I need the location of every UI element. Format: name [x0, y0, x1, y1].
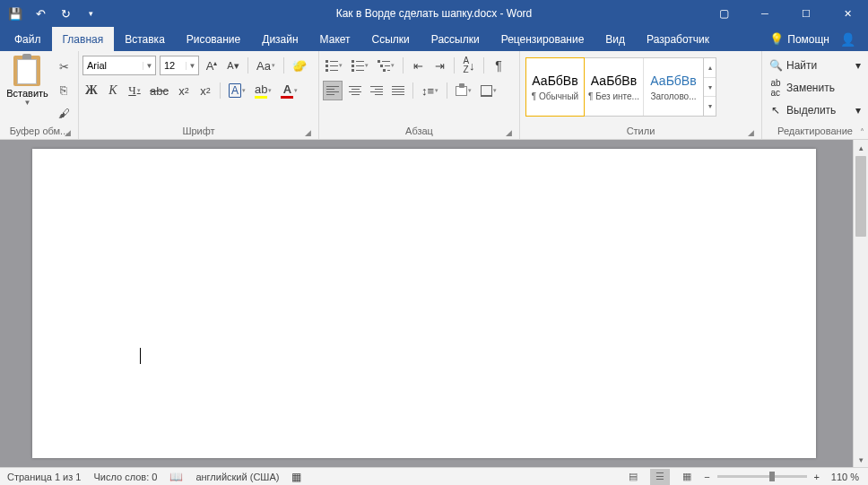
- sort-button[interactable]: AZ↓: [460, 56, 478, 75]
- qat-customize-icon[interactable]: ▾: [82, 5, 99, 22]
- scroll-down-icon[interactable]: ▾: [854, 452, 868, 467]
- group-label-font: Шрифт ◢: [82, 124, 315, 139]
- minimize-button[interactable]: ─: [744, 0, 786, 27]
- gallery-more-icon[interactable]: ▾: [704, 97, 716, 116]
- macro-record-icon[interactable]: ▦: [291, 471, 301, 483]
- paste-dropdown-icon[interactable]: ▼: [24, 99, 31, 107]
- web-layout-icon[interactable]: ▦: [677, 469, 697, 485]
- multilevel-list-button[interactable]: ▾: [375, 56, 397, 75]
- numbering-button[interactable]: ▾: [349, 56, 371, 75]
- change-case-button[interactable]: Aa▾: [254, 56, 278, 75]
- font-name-combo[interactable]: Arial ▼: [82, 56, 156, 75]
- tab-references[interactable]: Ссылки: [361, 27, 421, 51]
- maximize-button[interactable]: ☐: [786, 0, 827, 27]
- ribbon-display-options-icon[interactable]: ▢: [703, 0, 744, 27]
- tab-design[interactable]: Дизайн: [251, 27, 308, 51]
- align-center-button[interactable]: [346, 81, 364, 100]
- undo-icon[interactable]: ↶: [32, 5, 48, 22]
- superscript-button[interactable]: x2: [196, 81, 214, 100]
- underline-button[interactable]: Ч▾: [126, 81, 143, 100]
- print-layout-icon[interactable]: ☰: [650, 469, 670, 485]
- zoom-out-button[interactable]: −: [704, 472, 709, 482]
- chevron-down-icon[interactable]: ▼: [186, 62, 198, 70]
- cut-icon[interactable]: ✂: [55, 57, 73, 75]
- grow-font-button[interactable]: A▴: [203, 56, 221, 75]
- save-icon[interactable]: 💾: [7, 5, 23, 22]
- show-marks-button[interactable]: ¶: [490, 56, 508, 75]
- format-painter-icon[interactable]: 🖌: [55, 104, 73, 122]
- group-label-editing: Редактирование: [766, 124, 864, 139]
- font-color-button[interactable]: A▾: [278, 81, 300, 100]
- scroll-thumb[interactable]: [855, 156, 866, 237]
- redo-icon[interactable]: ↻: [57, 5, 74, 22]
- justify-button[interactable]: [389, 81, 407, 100]
- borders-button[interactable]: ▾: [478, 81, 499, 100]
- spelling-status-icon[interactable]: 📖: [169, 471, 183, 483]
- style-heading1[interactable]: АаБбВв Заголово...: [644, 58, 703, 116]
- find-button[interactable]: 🔍Найти▾: [766, 56, 864, 75]
- styles-dialog-launcher-icon[interactable]: ◢: [745, 127, 756, 138]
- style-normal[interactable]: АаБбВв ¶ Обычный: [525, 57, 585, 117]
- tab-home[interactable]: Главная: [52, 27, 115, 51]
- shading-button[interactable]: ▾: [453, 81, 474, 100]
- shrink-font-button[interactable]: A▾: [224, 56, 242, 75]
- close-button[interactable]: ✕: [827, 0, 868, 27]
- tab-mailings[interactable]: Рассылки: [421, 27, 490, 51]
- group-editing: 🔍Найти▾ abacЗаменить ↖Выделить▾ Редактир…: [762, 51, 868, 139]
- subscript-button[interactable]: x2: [175, 81, 193, 100]
- clipboard-dialog-launcher-icon[interactable]: ◢: [62, 127, 73, 138]
- word-count-status[interactable]: Число слов: 0: [93, 472, 157, 482]
- gallery-down-icon[interactable]: ▾: [704, 78, 716, 98]
- tab-insert[interactable]: Вставка: [114, 27, 176, 51]
- page-number-status[interactable]: Страница 1 из 1: [7, 472, 81, 482]
- read-mode-icon[interactable]: ▤: [623, 469, 643, 485]
- collapse-ribbon-icon[interactable]: ˄: [860, 127, 864, 137]
- zoom-level[interactable]: 110 %: [827, 472, 859, 482]
- tab-view[interactable]: Вид: [595, 27, 636, 51]
- text-effects-button[interactable]: A▾: [226, 81, 248, 100]
- tab-layout[interactable]: Макет: [309, 27, 361, 51]
- paste-button[interactable]: Вставить ▼: [4, 54, 50, 108]
- highlight-button[interactable]: ab▾: [252, 81, 274, 100]
- group-clipboard: Вставить ▼ ✂ ⎘ 🖌 Буфер обм... ◢: [0, 51, 79, 139]
- zoom-in-button[interactable]: +: [814, 472, 820, 482]
- decrease-indent-button[interactable]: ⇤: [409, 56, 427, 75]
- tab-file[interactable]: Файл: [4, 27, 52, 51]
- scroll-up-icon[interactable]: ▴: [854, 140, 868, 155]
- zoom-slider[interactable]: [717, 475, 807, 478]
- styles-gallery: АаБбВв ¶ Обычный АаБбВв ¶ Без инте... Аа…: [525, 57, 716, 117]
- paragraph-dialog-launcher-icon[interactable]: ◢: [503, 127, 514, 138]
- align-left-button[interactable]: [323, 81, 343, 100]
- ribbon-tabs: Файл Главная Вставка Рисование Дизайн Ма…: [0, 27, 868, 51]
- styles-gallery-scroller: ▴ ▾ ▾: [703, 58, 716, 116]
- tell-me-label: Помощн: [787, 33, 829, 46]
- document-viewport[interactable]: [0, 140, 853, 467]
- gallery-up-icon[interactable]: ▴: [704, 58, 716, 78]
- style-preview: АаБбВв: [532, 74, 577, 88]
- strikethrough-button[interactable]: abc: [147, 81, 171, 100]
- chevron-down-icon[interactable]: ▼: [143, 62, 155, 70]
- tab-review[interactable]: Рецензирование: [490, 27, 595, 51]
- bold-button[interactable]: Ж: [82, 81, 100, 100]
- font-size-combo[interactable]: 12 ▼: [160, 56, 199, 75]
- tab-developer[interactable]: Разработчик: [636, 27, 720, 51]
- tab-draw[interactable]: Рисование: [176, 27, 251, 51]
- replace-button[interactable]: abacЗаменить: [766, 78, 864, 98]
- sign-in-icon[interactable]: 👤: [835, 32, 861, 47]
- language-status[interactable]: английский (США): [195, 472, 279, 482]
- italic-button[interactable]: К: [104, 81, 122, 100]
- vertical-scrollbar[interactable]: ▴ ▾: [853, 140, 868, 467]
- zoom-thumb[interactable]: [769, 472, 775, 481]
- bullets-button[interactable]: ▾: [323, 56, 345, 75]
- font-dialog-launcher-icon[interactable]: ◢: [302, 127, 313, 138]
- increase-indent-button[interactable]: ⇥: [430, 56, 448, 75]
- line-spacing-button[interactable]: ↕≡▾: [419, 81, 441, 100]
- select-button[interactable]: ↖Выделить▾: [766, 100, 864, 120]
- document-page[interactable]: [32, 149, 816, 458]
- copy-icon[interactable]: ⎘: [55, 81, 73, 99]
- tell-me-search[interactable]: 💡 Помощн: [769, 32, 829, 46]
- clear-formatting-button[interactable]: 🧽: [290, 56, 309, 75]
- window-controls: ▢ ─ ☐ ✕: [703, 0, 868, 27]
- style-no-spacing[interactable]: АаБбВв ¶ Без инте...: [585, 58, 644, 116]
- align-right-button[interactable]: [368, 81, 386, 100]
